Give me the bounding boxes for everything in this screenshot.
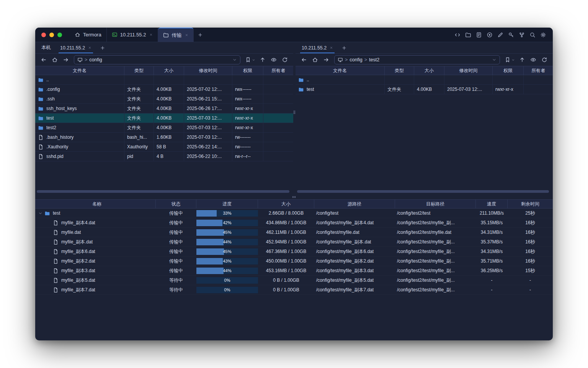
record-icon[interactable]	[487, 32, 493, 38]
file-row[interactable]: ..	[296, 75, 553, 85]
column-header-source[interactable]: 源路径	[314, 200, 395, 208]
transfer-row[interactable]: myfile_副本7.dat等待中0%0 B / 1.00GB/config/t…	[35, 285, 553, 295]
path-segment[interactable]: test2	[369, 57, 379, 62]
transfer-speed: 35.15MB/s	[476, 218, 508, 227]
file-row[interactable]: .XauthorityXauthority58 B2025-06-22 14:.…	[35, 142, 293, 152]
edit-icon[interactable]	[497, 32, 503, 38]
chevron-down-icon[interactable]	[492, 58, 497, 62]
path-segment[interactable]: config	[89, 57, 102, 62]
file-row[interactable]: ssh_host_keys文件夹4.00KB2025-06-26 17:...r…	[35, 104, 293, 113]
column-header-mtime[interactable]: 修改时间	[444, 66, 493, 75]
column-header-name[interactable]: 名称	[35, 200, 156, 208]
close-icon[interactable]	[185, 33, 188, 37]
pane-tab-host[interactable]: 10.211.55.2	[297, 42, 338, 53]
transfer-row[interactable]: myfile_副本4.dat传输中42%434.86MB / 1.00GB/co…	[35, 218, 553, 228]
branch-icon[interactable]	[519, 32, 525, 38]
column-header-type[interactable]: 类型	[385, 66, 414, 75]
forward-button[interactable]	[322, 55, 331, 64]
transfer-size: 453.16MB / 1.00GB	[258, 266, 314, 275]
column-header-progress[interactable]: 进度	[196, 200, 258, 208]
home-button[interactable]	[50, 55, 59, 64]
close-icon[interactable]	[88, 46, 91, 49]
file-row[interactable]: .bash_historybash_hi...1.60KB2025-07-03 …	[35, 133, 293, 142]
close-window-button[interactable]	[41, 33, 46, 37]
transfer-eta: 16秒	[508, 256, 553, 266]
bookmark-button[interactable]	[503, 55, 516, 64]
bookmark-button[interactable]	[244, 55, 256, 64]
column-header-filename[interactable]: 文件名	[296, 66, 385, 75]
close-icon[interactable]	[149, 33, 153, 36]
file-row[interactable]: .config文件夹4.00KB2025-07-02 12:...rwx----…	[35, 85, 293, 94]
transfer-row[interactable]: myfile_副本5.dat等待中0%0 B / 1.00GB/config/t…	[35, 276, 553, 285]
file-row[interactable]: test文件夹4.00KB2025-07-03 12:...rwxr-xr-x	[296, 85, 553, 94]
close-icon[interactable]	[330, 46, 333, 49]
file-row[interactable]: sshd.pidpid4 B2025-06-22 10:...rw-r--r--	[35, 152, 293, 161]
forward-button[interactable]	[61, 55, 70, 64]
path-input[interactable]: >config	[74, 55, 240, 64]
new-tab-button[interactable]	[194, 28, 207, 42]
new-pane-tab-button[interactable]	[338, 42, 351, 53]
back-button[interactable]	[39, 55, 48, 64]
path-segment[interactable]: config	[350, 57, 362, 62]
code-icon[interactable]	[454, 32, 461, 38]
minimize-window-button[interactable]	[49, 33, 54, 37]
transfer-target-path: /config/test2/test/myfile_副...	[395, 285, 476, 294]
pane-tab-local[interactable]: 本机	[37, 42, 56, 53]
column-header-size[interactable]: 大小	[414, 66, 444, 75]
refresh-button[interactable]	[540, 55, 549, 64]
column-header-owner[interactable]: 所有者	[524, 66, 553, 75]
folder-icon	[44, 210, 50, 216]
transfer-row[interactable]: myfile.dat传输中45%462.11MB / 1.00GB/config…	[35, 228, 553, 237]
log-icon[interactable]	[476, 32, 482, 38]
file-row[interactable]: test文件夹4.00KB2025-07-03 12:...rwxr-xr-x	[35, 113, 293, 123]
column-header-size[interactable]: 大小	[154, 66, 184, 75]
new-pane-tab-button[interactable]	[96, 42, 109, 53]
key-icon[interactable]	[508, 32, 514, 38]
zoom-window-button[interactable]	[57, 33, 62, 37]
pane-tab-host[interactable]: 10.211.55.2	[56, 42, 96, 53]
show-hidden-button[interactable]	[529, 55, 538, 64]
file-row[interactable]: .ssh文件夹4.00KB2025-06-21 15:...rwx------	[35, 94, 293, 104]
app-tab-transfer[interactable]: 传输	[158, 28, 194, 42]
transfer-row[interactable]: test传输中33%2.66GB / 8.00GB/config/test/co…	[35, 209, 553, 218]
right-pane-tabs: 10.211.55.2	[296, 42, 553, 54]
transfer-status: 等待中	[156, 285, 196, 294]
expander-chevron-down-icon[interactable]	[38, 211, 42, 215]
computer-icon	[77, 57, 83, 62]
home-button[interactable]	[310, 55, 320, 64]
file-permissions: rwxr-xr-x	[232, 104, 263, 113]
path-input[interactable]: >config>test2	[334, 55, 500, 64]
transfer-row[interactable]: myfile_副本2.dat传输中43%450.00MB / 1.00GB/co…	[35, 256, 553, 266]
chevron-down-icon[interactable]	[232, 58, 237, 62]
transfer-row[interactable]: myfile_副本.dat传输中44%452.94MB / 1.00GB/con…	[35, 237, 553, 247]
column-header-type[interactable]: 类型	[124, 66, 154, 75]
column-header-mtime[interactable]: 修改时间	[184, 66, 232, 75]
search-icon[interactable]	[529, 32, 536, 38]
column-header-status[interactable]: 状态	[156, 200, 196, 208]
back-button[interactable]	[299, 55, 309, 64]
column-header-permissions[interactable]: 权限	[232, 66, 263, 75]
column-header-speed[interactable]: 速度	[476, 200, 508, 208]
horizontal-scrollbar[interactable]	[297, 190, 549, 193]
folder-outline-icon[interactable]	[465, 32, 471, 38]
transfer-splitter[interactable]	[35, 195, 553, 199]
file-row[interactable]: ..	[35, 75, 293, 85]
horizontal-scrollbar[interactable]	[37, 190, 289, 193]
column-header-size[interactable]: 大小	[258, 200, 314, 208]
transfer-row[interactable]: myfile_副本3.dat传输中44%453.16MB / 1.00GB/co…	[35, 266, 553, 276]
column-header-filename[interactable]: 文件名	[35, 66, 124, 75]
app-tab-host[interactable]: 10.211.55.2	[107, 28, 158, 42]
file-size: 4.00KB	[154, 104, 184, 113]
file-row[interactable]: test2文件夹4.00KB2025-07-03 12:...rwxr-xr-x	[35, 123, 293, 133]
column-header-owner[interactable]: 所有者	[263, 66, 293, 75]
app-tab-termora[interactable]: Termora	[70, 28, 107, 42]
column-header-target[interactable]: 目标路径	[395, 200, 476, 208]
column-header-eta[interactable]: 剩余时间	[508, 200, 553, 208]
up-directory-button[interactable]	[518, 55, 527, 64]
refresh-button[interactable]	[280, 55, 289, 64]
column-header-permissions[interactable]: 权限	[493, 66, 524, 75]
show-hidden-button[interactable]	[269, 55, 278, 64]
settings-icon[interactable]	[540, 32, 546, 38]
transfer-row[interactable]: myfile_副本6.dat传输中45%467.36MB / 1.00GB/co…	[35, 247, 553, 256]
up-directory-button[interactable]	[258, 55, 267, 64]
